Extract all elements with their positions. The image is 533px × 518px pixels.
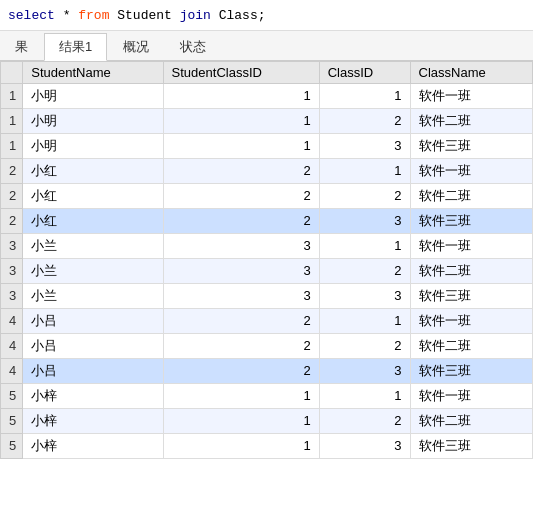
col-header-classname: ClassName [410,61,532,83]
results-table-container: StudentName StudentClassID ClassID Class… [0,61,533,459]
table-header-row: StudentName StudentClassID ClassID Class… [1,61,533,83]
tab-result-prev[interactable]: 果 [0,33,43,60]
cell-rownum: 4 [1,333,23,358]
cell-studentclassid: 2 [163,358,319,383]
sql-select: select [8,8,55,23]
table-row: 1 小明 1 2 软件二班 [1,108,533,133]
cell-rownum: 1 [1,133,23,158]
cell-classid: 3 [319,208,410,233]
cell-classname: 软件三班 [410,283,532,308]
sql-editor: select * from Student join Class; [0,0,533,31]
cell-rownum: 4 [1,308,23,333]
sql-class: Class; [219,8,266,23]
tab-overview[interactable]: 概况 [108,33,164,60]
cell-classname: 软件一班 [410,158,532,183]
cell-studentname: 小明 [23,133,163,158]
cell-studentclassid: 1 [163,108,319,133]
cell-classid: 2 [319,258,410,283]
cell-rownum: 3 [1,233,23,258]
cell-classid: 3 [319,133,410,158]
cell-studentclassid: 3 [163,233,319,258]
cell-studentclassid: 3 [163,283,319,308]
cell-classid: 2 [319,408,410,433]
cell-classname: 软件二班 [410,108,532,133]
cell-rownum: 5 [1,408,23,433]
cell-rownum: 1 [1,83,23,108]
cell-studentname: 小明 [23,108,163,133]
cell-studentname: 小吕 [23,308,163,333]
cell-studentname: 小吕 [23,358,163,383]
cell-studentclassid: 1 [163,408,319,433]
cell-studentname: 小红 [23,158,163,183]
col-header-classid: ClassID [319,61,410,83]
table-row: 3 小兰 3 1 软件一班 [1,233,533,258]
col-header-rownum [1,61,23,83]
cell-studentname: 小兰 [23,283,163,308]
cell-studentname: 小红 [23,208,163,233]
cell-studentname: 小梓 [23,433,163,458]
table-row: 3 小兰 3 3 软件三班 [1,283,533,308]
cell-rownum: 2 [1,158,23,183]
table-row: 4 小吕 2 2 软件二班 [1,333,533,358]
cell-studentclassid: 1 [163,433,319,458]
cell-studentclassid: 2 [163,208,319,233]
cell-studentclassid: 1 [163,383,319,408]
tab-result1[interactable]: 结果1 [44,33,107,61]
col-header-studentclassid: StudentClassID [163,61,319,83]
sql-tables: Student [117,8,179,23]
cell-studentclassid: 2 [163,308,319,333]
cell-rownum: 5 [1,433,23,458]
cell-classid: 3 [319,283,410,308]
cell-classname: 软件二班 [410,408,532,433]
cell-classname: 软件三班 [410,133,532,158]
cell-classname: 软件二班 [410,183,532,208]
table-row: 1 小明 1 3 软件三班 [1,133,533,158]
cell-classname: 软件三班 [410,433,532,458]
sql-from: from [78,8,109,23]
col-header-studentname: StudentName [23,61,163,83]
cell-rownum: 3 [1,283,23,308]
cell-classname: 软件二班 [410,333,532,358]
cell-classid: 1 [319,158,410,183]
sql-star: * [63,8,79,23]
tab-status[interactable]: 状态 [165,33,221,60]
table-row: 3 小兰 3 2 软件二班 [1,258,533,283]
cell-classid: 1 [319,308,410,333]
cell-classid: 2 [319,183,410,208]
cell-rownum: 3 [1,258,23,283]
cell-studentclassid: 1 [163,83,319,108]
table-row: 2 小红 2 2 软件二班 [1,183,533,208]
cell-rownum: 1 [1,108,23,133]
cell-studentclassid: 1 [163,133,319,158]
cell-rownum: 2 [1,183,23,208]
cell-rownum: 5 [1,383,23,408]
cell-studentname: 小吕 [23,333,163,358]
cell-classname: 软件一班 [410,383,532,408]
cell-classid: 3 [319,433,410,458]
cell-classname: 软件三班 [410,358,532,383]
cell-classid: 1 [319,233,410,258]
cell-classname: 软件一班 [410,83,532,108]
cell-studentname: 小红 [23,183,163,208]
cell-classid: 1 [319,83,410,108]
cell-rownum: 4 [1,358,23,383]
cell-studentname: 小兰 [23,258,163,283]
table-row: 5 小梓 1 1 软件一班 [1,383,533,408]
cell-studentname: 小梓 [23,408,163,433]
cell-classname: 软件二班 [410,258,532,283]
cell-classname: 软件三班 [410,208,532,233]
cell-rownum: 2 [1,208,23,233]
table-row: 2 小红 2 3 软件三班 [1,208,533,233]
table-row: 4 小吕 2 3 软件三班 [1,358,533,383]
cell-studentclassid: 3 [163,258,319,283]
cell-studentname: 小梓 [23,383,163,408]
table-row: 4 小吕 2 1 软件一班 [1,308,533,333]
cell-classid: 2 [319,333,410,358]
sql-join: join [180,8,211,23]
tabs-bar: 果 结果1 概况 状态 [0,31,533,61]
table-row: 5 小梓 1 3 软件三班 [1,433,533,458]
table-row: 5 小梓 1 2 软件二班 [1,408,533,433]
cell-classid: 3 [319,358,410,383]
cell-studentname: 小明 [23,83,163,108]
results-table: StudentName StudentClassID ClassID Class… [0,61,533,459]
